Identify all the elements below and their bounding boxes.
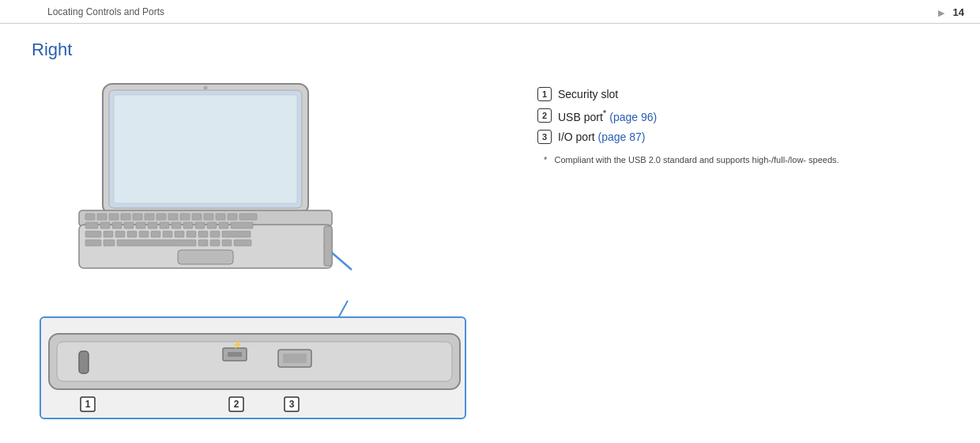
svg-rect-26 (160, 222, 169, 229)
svg-rect-37 (139, 231, 149, 237)
svg-rect-39 (163, 231, 172, 237)
svg-text:3: 3 (289, 399, 295, 410)
svg-rect-41 (187, 231, 196, 237)
footnote-content: Compliant with the USB 2.0 standard and … (554, 155, 839, 165)
svg-rect-40 (175, 231, 184, 237)
page-header: Locating Controls and Ports ▶ 14 (0, 0, 980, 24)
footnote-text: * Compliant with the USB 2.0 standard an… (537, 155, 948, 165)
svg-rect-59 (79, 351, 89, 373)
io-port-link[interactable]: (page 87) (598, 131, 646, 143)
svg-rect-2 (114, 95, 297, 203)
svg-text:⚡: ⚡ (232, 339, 243, 350)
item-label-1: Security slot (558, 88, 618, 100)
svg-rect-42 (198, 231, 208, 237)
svg-rect-21 (100, 222, 110, 229)
svg-rect-48 (198, 240, 208, 246)
right-panel: 1 Security slot 2 USB port* (page 96) 3 … (506, 40, 948, 427)
svg-rect-36 (127, 231, 137, 237)
svg-rect-25 (148, 222, 157, 229)
svg-rect-18 (228, 214, 237, 220)
svg-rect-64 (283, 354, 307, 363)
item-label-2: USB port* (page 96) (558, 108, 657, 123)
svg-rect-7 (97, 214, 107, 220)
svg-rect-24 (136, 222, 145, 229)
svg-rect-30 (207, 222, 217, 229)
footnote-star-label: * (544, 155, 547, 165)
svg-rect-17 (216, 214, 225, 220)
svg-rect-12 (156, 214, 166, 220)
svg-rect-50 (222, 240, 232, 246)
list-item: 1 Security slot (537, 87, 948, 101)
svg-text:2: 2 (234, 399, 239, 410)
svg-rect-34 (104, 231, 113, 237)
svg-rect-38 (151, 231, 160, 237)
list-item: 3 I/O port (page 87) (537, 130, 948, 144)
svg-rect-35 (115, 231, 125, 237)
svg-rect-11 (145, 214, 154, 220)
svg-point-3 (204, 86, 208, 90)
svg-rect-32 (231, 222, 253, 229)
svg-rect-20 (85, 222, 98, 229)
svg-rect-28 (183, 222, 193, 229)
svg-rect-54 (324, 226, 332, 266)
svg-rect-14 (180, 214, 190, 220)
svg-rect-8 (109, 214, 119, 220)
laptop-svg (55, 76, 356, 282)
items-list: 1 Security slot 2 USB port* (page 96) 3 … (537, 87, 948, 144)
svg-rect-46 (104, 240, 115, 246)
page-number: 14 (953, 6, 964, 18)
header-page-area: ▶ 14 (938, 5, 964, 19)
item-badge-3: 3 (537, 130, 552, 144)
svg-rect-15 (192, 214, 202, 220)
footnote-marker: * (603, 108, 607, 118)
svg-rect-9 (121, 214, 130, 220)
list-item: 2 USB port* (page 96) (537, 108, 948, 123)
svg-rect-6 (85, 214, 95, 220)
left-panel: Right (32, 40, 506, 427)
svg-rect-61 (228, 352, 242, 357)
svg-rect-19 (239, 214, 257, 220)
svg-rect-31 (219, 222, 228, 229)
svg-rect-33 (85, 231, 101, 237)
svg-rect-52 (178, 250, 233, 264)
svg-rect-23 (124, 222, 134, 229)
svg-rect-45 (85, 240, 101, 246)
header-title: Locating Controls and Ports (47, 6, 164, 17)
header-arrow: ▶ (938, 8, 944, 17)
svg-rect-47 (117, 240, 196, 246)
svg-rect-13 (168, 214, 178, 220)
item-badge-2: 2 (537, 108, 552, 123)
svg-rect-49 (210, 240, 220, 246)
main-content: Right (0, 24, 980, 443)
svg-rect-51 (234, 240, 251, 246)
laptop-illustration (55, 76, 356, 282)
usb-port-link[interactable]: (page 96) (609, 111, 657, 123)
item-badge-1: 1 (537, 87, 552, 101)
svg-text:1: 1 (85, 399, 91, 410)
svg-rect-29 (195, 222, 205, 229)
svg-rect-58 (57, 342, 452, 381)
svg-rect-16 (204, 214, 213, 220)
svg-rect-10 (133, 214, 142, 220)
svg-rect-43 (210, 231, 220, 237)
zoom-panel-svg: ⚡ 1 2 3 (41, 318, 466, 419)
svg-rect-44 (222, 231, 251, 237)
item-label-3: I/O port (page 87) (558, 131, 646, 143)
svg-rect-22 (112, 222, 122, 229)
svg-rect-27 (172, 222, 181, 229)
zoom-panel: ⚡ 1 2 3 (40, 316, 466, 419)
section-title: Right (32, 40, 506, 60)
